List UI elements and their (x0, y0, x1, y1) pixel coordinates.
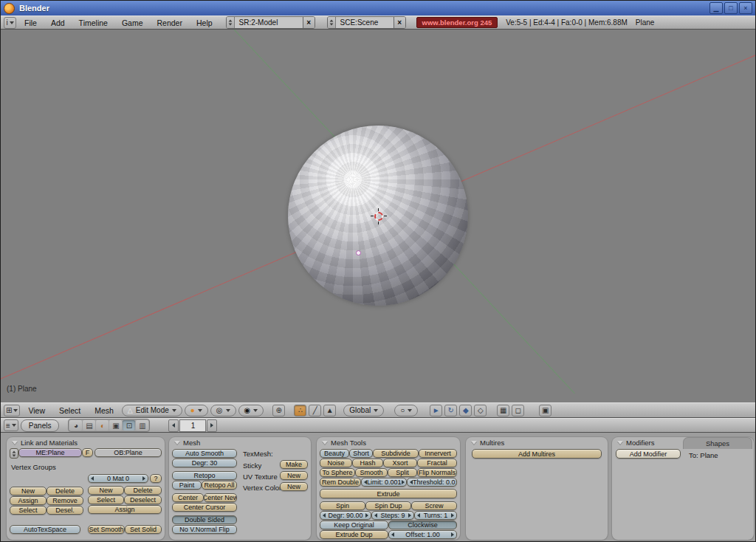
material-assign-button[interactable]: Assign (88, 505, 162, 514)
script-context-button[interactable]: ▤ (83, 420, 95, 430)
fake-user-button[interactable]: F (82, 448, 93, 457)
set-smooth-button[interactable]: Set Smooth (88, 525, 125, 534)
frame-increment-button[interactable] (207, 419, 217, 432)
scene-name-field[interactable]: SCE:Scene (336, 18, 394, 27)
retopo-paint-toggle[interactable]: Paint (172, 481, 202, 490)
menu-add[interactable]: Add (45, 18, 71, 27)
no-vnormal-flip-toggle[interactable]: No V.Normal Flip (172, 525, 237, 534)
add-multires-button[interactable]: Add Multires (472, 449, 602, 459)
maximize-button[interactable]: □ (724, 2, 738, 14)
auto-smooth-degrees-slider[interactable]: Degr: 30 (172, 459, 237, 467)
xsort-button[interactable]: Xsort (383, 459, 417, 467)
vertex-color-new-button[interactable]: New (280, 482, 308, 491)
panel-collapse-icon[interactable] (617, 441, 623, 445)
blender-org-button[interactable]: www.blender.org 245 (416, 17, 498, 28)
extrude-dup-button[interactable]: Extrude Dup (320, 530, 388, 539)
mesh-browse-icon[interactable] (10, 448, 18, 459)
editor-type-button[interactable]: i (4, 17, 16, 29)
extrude-button[interactable]: Extrude (320, 489, 457, 498)
vgroup-select-button[interactable]: Select (10, 506, 47, 515)
screw-button[interactable]: Screw (411, 501, 457, 510)
vgroup-assign-button[interactable]: Assign (10, 496, 47, 505)
vgroup-deselect-button[interactable]: Desel. (47, 506, 83, 515)
screen-browse-icon[interactable] (227, 17, 235, 28)
menu-file[interactable]: File (18, 18, 43, 27)
beauty-toggle[interactable]: Beauty (320, 449, 349, 458)
snap-toggle[interactable]: ◇ (474, 405, 487, 416)
render-preview-button[interactable]: ▣ (539, 405, 551, 416)
spin-button[interactable]: Spin (320, 501, 365, 510)
vgroup-new-button[interactable]: New (10, 487, 47, 495)
frame-decrement-button[interactable] (168, 419, 179, 432)
draw-type-select[interactable]: ● (185, 405, 208, 416)
fractal-button[interactable]: Fractal (417, 459, 457, 467)
logic-context-button[interactable]: ◕ (69, 420, 82, 430)
layers-widget[interactable]: ▦ (497, 405, 509, 416)
auto-smooth-toggle[interactable]: Auto Smooth (172, 449, 237, 458)
menu-select[interactable]: Select (53, 406, 86, 415)
scene-selector[interactable]: SCE:Scene × (327, 16, 406, 29)
clockwise-toggle[interactable]: Clockwise (388, 521, 457, 529)
scene-delete-button[interactable]: × (394, 17, 405, 28)
scene-context-button[interactable]: ▥ (136, 420, 148, 430)
scale-manipulator-toggle[interactable]: ◆ (459, 405, 472, 416)
keep-original-toggle[interactable]: Keep Original (320, 521, 388, 529)
transform-orientation-select[interactable]: Global (343, 405, 384, 416)
tab-shapes[interactable]: Shapes (683, 437, 752, 449)
material-new-button[interactable]: New (88, 486, 124, 495)
center-new-button[interactable]: Center New (204, 493, 237, 502)
spin-dup-button[interactable]: Spin Dup (365, 501, 411, 510)
add-modifier-button[interactable]: Add Modifier (616, 449, 681, 459)
material-delete-button[interactable]: Delete (124, 486, 162, 495)
spin-turns-field[interactable]: Turns: 1 (414, 511, 457, 520)
rem-double-button[interactable]: Rem Double (320, 478, 361, 487)
subdivide-button[interactable]: Subdivide (373, 449, 419, 458)
material-select-button[interactable]: Select (88, 495, 124, 504)
stepper-increment-icon[interactable] (142, 476, 145, 481)
double-sided-toggle[interactable]: Double Sided (172, 515, 237, 524)
scene-browse-icon[interactable] (328, 17, 336, 28)
panel-collapse-icon[interactable] (322, 441, 328, 445)
material-help-button[interactable]: ? (150, 474, 162, 483)
panels-menu-button[interactable]: Panels (21, 419, 60, 432)
translate-manipulator-toggle[interactable]: ► (430, 405, 442, 416)
retopo-all-button[interactable]: Retopo All (202, 481, 237, 490)
panel-collapse-icon[interactable] (12, 441, 18, 445)
menu-game[interactable]: Game (116, 18, 149, 27)
proportional-edit-select[interactable]: ○ (394, 405, 418, 416)
menu-render[interactable]: Render (151, 18, 188, 27)
innervert-button[interactable]: Innervert (419, 449, 457, 458)
object-context-button[interactable]: ▣ (109, 420, 122, 430)
short-toggle[interactable]: Short (349, 449, 373, 458)
threshold-field[interactable]: Threshold: 0.010 (407, 478, 457, 487)
menu-view[interactable]: View (22, 406, 51, 415)
manipulator-toggle[interactable]: ⊕ (272, 405, 285, 416)
flip-normals-button[interactable]: Flip Normals (417, 468, 457, 477)
stepper-increment-icon[interactable] (365, 513, 368, 518)
material-index-field[interactable]: 0 Mat 0 (88, 474, 148, 483)
face-select-toggle[interactable]: ▲ (323, 405, 336, 416)
editor-type-button[interactable]: ⊞ (4, 405, 20, 416)
center-button[interactable]: Center (172, 493, 204, 502)
viewport-shading-select[interactable]: ◎ (210, 405, 236, 416)
mesh-name-field[interactable]: ME:Plane (18, 448, 82, 457)
stepper-increment-icon[interactable] (408, 513, 411, 518)
screen-delete-button[interactable]: × (303, 17, 315, 28)
offset-field[interactable]: Offset: 1.00 (388, 530, 457, 539)
vgroup-delete-button[interactable]: Delete (47, 487, 83, 495)
stepper-increment-icon[interactable] (451, 513, 454, 518)
hash-button[interactable]: Hash (352, 459, 383, 467)
noise-button[interactable]: Noise (320, 459, 352, 467)
close-button[interactable]: × (739, 2, 752, 14)
frame-number-field[interactable]: 1 (179, 419, 206, 432)
screen-name-field[interactable]: SR:2-Model (235, 18, 303, 27)
retopo-toggle[interactable]: Retopo (172, 471, 237, 480)
minimize-button[interactable]: ▁ (709, 2, 723, 14)
smooth-button[interactable]: Smooth (355, 468, 388, 477)
center-cursor-button[interactable]: Center Cursor (172, 503, 237, 512)
object-name-field[interactable]: OB:Plane (94, 448, 162, 457)
set-solid-button[interactable]: Set Solid (125, 525, 162, 534)
autotexspace-toggle[interactable]: AutoTexSpace (10, 525, 80, 534)
menu-mesh[interactable]: Mesh (89, 406, 120, 415)
lock-toggle[interactable]: ◻ (512, 405, 524, 416)
